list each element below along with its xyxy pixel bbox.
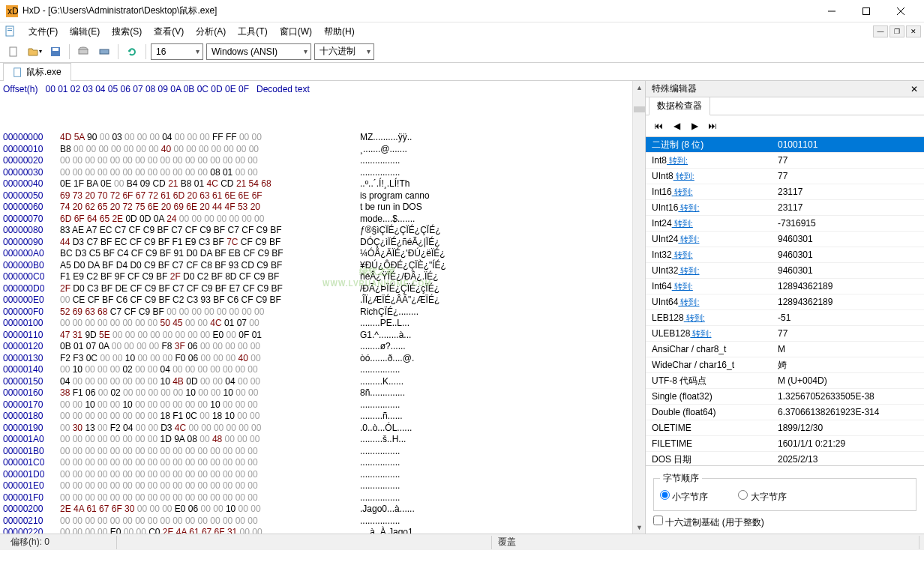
svg-rect-9 (10, 47, 16, 56)
doc-icon (4, 25, 16, 37)
file-icon (13, 67, 23, 78)
refresh-button[interactable] (123, 43, 141, 61)
tabbar: 鼠标.exe (0, 63, 924, 81)
mdi-minimize-button[interactable]: — (873, 25, 888, 37)
inspector-row[interactable]: Int8 转到:77 (646, 153, 924, 169)
menu-file[interactable]: 文件(F) (22, 24, 64, 40)
svg-rect-13 (79, 49, 88, 54)
inspector-row[interactable]: Double (float64)6.37066138261923E-314 (646, 405, 924, 420)
goto-link[interactable]: 转到: (672, 219, 693, 228)
new-button[interactable] (4, 43, 22, 61)
last-button[interactable]: ⏭ (704, 118, 721, 134)
inspector-list[interactable]: 二进制 (8 位)01001101Int8 转到:77UInt8 转到:77In… (646, 136, 924, 465)
svg-rect-8 (8, 30, 12, 31)
inspector-row[interactable]: ULEB128 转到:77 (646, 326, 924, 342)
app-icon: xD (6, 5, 18, 17)
inspector-row[interactable]: UTF-8 代码点M (U+004D) (646, 373, 924, 389)
inspector-row[interactable]: UInt32 转到:9460301 (646, 263, 924, 279)
menu-tools[interactable]: 工具(T) (232, 24, 273, 40)
inspector-row[interactable]: OLETIME1899/12/30 (646, 420, 924, 436)
goto-link[interactable]: 转到: (667, 156, 688, 165)
byte-order-legend: 字节顺序 (660, 472, 702, 485)
svg-rect-11 (52, 48, 58, 51)
inspector-row[interactable]: AnsiChar / char8_tM (646, 342, 924, 357)
ram-button[interactable] (95, 43, 113, 61)
svg-rect-3 (863, 7, 870, 14)
svg-text:xD: xD (8, 6, 18, 16)
goto-link[interactable]: 转到: (678, 266, 699, 275)
svg-rect-7 (8, 28, 12, 29)
maximize-button[interactable] (849, 0, 884, 22)
goto-link[interactable]: 转到: (674, 172, 694, 181)
statusbar: 偏移(h): 0 覆盖 (0, 534, 924, 550)
disk-button[interactable] (74, 43, 92, 61)
inspector-panel: 特殊编辑器 ✕ 数据检查器 ⏮ ◀ ▶ ⏭ 二进制 (8 位)01001101I… (645, 81, 924, 534)
menu-view[interactable]: 查看(V) (148, 24, 190, 40)
menubar: 文件(F) 编辑(E) 搜索(S) 查看(V) 分析(A) 工具(T) 窗口(W… (0, 22, 924, 40)
inspector-row[interactable]: UInt24 转到:9460301 (646, 232, 924, 247)
mdi-restore-button[interactable]: ❐ (890, 25, 904, 37)
menu-search[interactable]: 搜索(S) (106, 24, 148, 40)
inspector-row[interactable]: 二进制 (8 位)01001101 (646, 137, 924, 153)
bytes-per-row-combo[interactable]: 16 (151, 43, 203, 60)
hex-base-checkbox[interactable]: 十六进制基础 (用于整数) (653, 517, 764, 528)
status-mode: 覆盖 (492, 536, 920, 549)
toolbar: ▾ 16 Windows (ANSI) 十六进制 (0, 40, 924, 63)
file-tab[interactable]: 鼠标.exe (3, 63, 71, 81)
inspector-row[interactable]: Int16 转到:23117 (646, 184, 924, 200)
svg-rect-15 (14, 67, 21, 76)
goto-link[interactable]: 转到: (672, 187, 693, 196)
main-area: Offset(h) 00 01 02 03 04 05 06 07 08 09 … (0, 81, 924, 534)
little-endian-radio[interactable]: 小字节序 (660, 490, 708, 504)
goto-link[interactable]: 转到: (690, 329, 711, 338)
mdi-close-button[interactable]: ✕ (906, 25, 921, 37)
svg-rect-6 (6, 26, 14, 36)
close-button[interactable] (884, 0, 918, 22)
inspector-row[interactable]: Int64 转到:12894362189 (646, 279, 924, 294)
goto-link[interactable]: 转到: (684, 313, 705, 322)
inspector-row[interactable]: FILETIME1601/1/1 0:21:29 (646, 436, 924, 452)
titlebar: xD HxD - [G:\Users\Administrator\Desktop… (0, 0, 924, 22)
goto-link[interactable]: 转到: (678, 297, 699, 306)
inspector-row[interactable]: UInt64 转到:12894362189 (646, 294, 924, 310)
menu-analyze[interactable]: 分析(A) (190, 24, 232, 40)
inspector-row[interactable]: WideChar / char16_t婍 (646, 357, 924, 373)
first-button[interactable]: ⏮ (650, 118, 667, 134)
inspector-row[interactable]: Int24 转到:-7316915 (646, 216, 924, 232)
encoding-combo[interactable]: Windows (ANSI) (206, 43, 311, 60)
inspector-row[interactable]: LEB128 转到:-51 (646, 310, 924, 326)
side-panel-title: 特殊编辑器 (652, 82, 697, 95)
hex-editor[interactable]: Offset(h) 00 01 02 03 04 05 06 07 08 09 … (0, 81, 645, 534)
goto-link[interactable]: 转到: (678, 235, 699, 244)
svg-rect-14 (100, 49, 109, 54)
big-endian-radio[interactable]: 大字节序 (738, 490, 786, 504)
status-offset: 偏移(h): 0 (4, 536, 117, 549)
tab-label: 鼠标.exe (26, 66, 62, 79)
menu-edit[interactable]: 编辑(E) (64, 24, 106, 40)
goto-link[interactable]: 转到: (672, 250, 693, 259)
vertical-scrollbar[interactable]: ▲▼ (632, 81, 645, 534)
menu-window[interactable]: 窗口(W) (274, 24, 318, 40)
inspector-row[interactable]: Single (float32)1.32567052633505E-38 (646, 389, 924, 405)
inspector-row[interactable]: Int32 转到:9460301 (646, 247, 924, 263)
inspector-row[interactable]: DOS 日期2025/2/13 (646, 452, 924, 465)
open-button[interactable]: ▾ (26, 43, 44, 61)
number-base-combo[interactable]: 十六进制 (314, 43, 374, 60)
inspector-row[interactable]: UInt8 转到:77 (646, 169, 924, 184)
save-button[interactable] (46, 43, 64, 61)
prev-button[interactable]: ◀ (668, 118, 685, 134)
goto-link[interactable]: 转到: (678, 203, 699, 212)
window-title: HxD - [G:\Users\Administrator\Desktop\鼠标… (22, 4, 814, 17)
next-button[interactable]: ▶ (686, 118, 703, 134)
goto-link[interactable]: 转到: (672, 282, 693, 291)
menu-help[interactable]: 帮助(H) (318, 24, 361, 40)
side-close-icon[interactable]: ✕ (910, 84, 918, 94)
minimize-button[interactable] (814, 0, 849, 22)
inspector-tab[interactable]: 数据检查器 (649, 97, 710, 115)
inspector-row[interactable]: UInt16 转到:23117 (646, 200, 924, 216)
